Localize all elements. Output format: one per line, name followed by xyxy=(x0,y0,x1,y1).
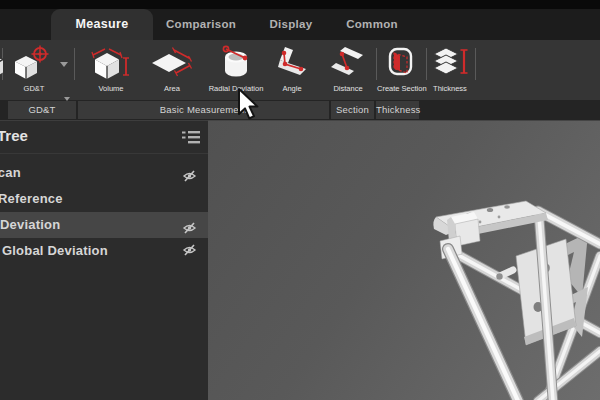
group-label-gdt: GD&T xyxy=(8,101,76,119)
create-section-button[interactable]: Create Section xyxy=(377,45,423,93)
tool-label: Create Section xyxy=(377,84,423,93)
window-top-strip xyxy=(0,0,600,9)
visibility-off-icon[interactable] xyxy=(182,240,197,266)
frame-model xyxy=(208,121,600,400)
tool-label: Angle xyxy=(268,84,316,93)
thickness-icon xyxy=(427,45,473,83)
ribbon-separator xyxy=(74,48,75,80)
tree-item-label: Reference xyxy=(0,186,63,212)
tab-comparison[interactable]: Comparison xyxy=(166,9,236,40)
angle-button[interactable]: Angle xyxy=(268,45,316,93)
angle-icon xyxy=(268,45,316,83)
radial-deviation-icon xyxy=(200,45,272,83)
tree-item-label: Scan xyxy=(0,160,21,186)
tree-item-deviation[interactable]: Deviation xyxy=(0,212,208,238)
group-label-thickness: Thickness xyxy=(376,101,419,119)
distance-button[interactable]: Distance xyxy=(324,45,372,93)
group-label-basic-measurement: Basic Measurement xyxy=(78,101,329,119)
ribbon-toolbar: GD&T Volume xyxy=(0,40,600,100)
tree-panel-header: Tree xyxy=(0,121,208,154)
create-section-icon xyxy=(377,45,423,83)
tool-label: Volume xyxy=(84,84,138,93)
tree-view-options-icon[interactable] xyxy=(180,129,201,149)
tool-label: Area xyxy=(147,84,197,93)
group-label-section: Section xyxy=(331,101,374,119)
tree-item-global-deviation[interactable]: Global Deviation xyxy=(0,238,208,264)
tool-label: Radial Deviation xyxy=(200,84,272,93)
ribbon-group-row: GD&T Basic Measurement Section Thickness xyxy=(0,100,600,120)
volume-icon xyxy=(84,45,138,83)
radial-deviation-button[interactable]: Radial Deviation xyxy=(200,45,272,93)
tree-item-label: Global Deviation xyxy=(2,238,108,264)
tree-panel-title: Tree xyxy=(0,127,28,144)
tab-common[interactable]: Common xyxy=(346,9,398,40)
model-tree-panel: Tree Scan xyxy=(0,120,208,400)
application-window: Measure Comparison Display Common xyxy=(0,0,600,400)
tab-display[interactable]: Display xyxy=(269,9,312,40)
gdt-dropdown-arrow[interactable] xyxy=(60,62,68,67)
gdt-button[interactable]: GD&T xyxy=(8,45,60,93)
tool-label: Distance xyxy=(324,84,372,93)
area-button[interactable]: Area xyxy=(147,45,197,93)
gdt-icon xyxy=(8,45,60,83)
tool-label: Thickness xyxy=(427,84,473,93)
tree-item-list: Scan Reference Deviation xyxy=(0,160,208,264)
ribbon-tab-bar: Measure Comparison Display Common xyxy=(0,9,600,40)
viewport-3d[interactable] xyxy=(208,120,600,400)
tab-measure[interactable]: Measure xyxy=(51,9,153,40)
tree-item-scan[interactable]: Scan xyxy=(0,160,208,186)
volume-button[interactable]: Volume xyxy=(84,45,138,93)
tool-label: GD&T xyxy=(8,84,60,93)
ribbon-separator xyxy=(475,48,476,80)
area-icon xyxy=(147,45,197,83)
distance-icon xyxy=(324,45,372,83)
thickness-button[interactable]: Thickness xyxy=(427,45,473,93)
tree-item-label: Deviation xyxy=(0,212,60,238)
clipped-cube-icon xyxy=(0,50,8,86)
tree-item-reference[interactable]: Reference xyxy=(0,186,208,212)
